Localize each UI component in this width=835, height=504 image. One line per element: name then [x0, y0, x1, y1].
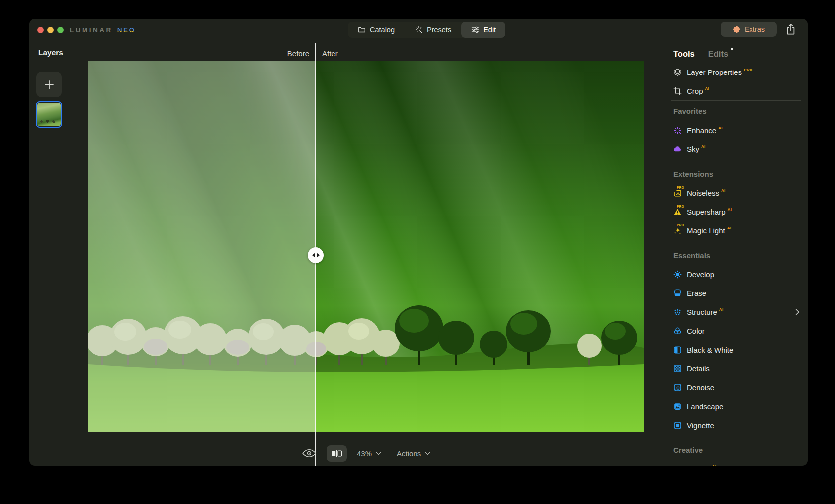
tool-item-black-white[interactable]: Black & White — [671, 340, 808, 359]
tab-catalog-label: Catalog — [370, 26, 395, 34]
logo-neo: NEO — [117, 26, 136, 34]
tab-presets[interactable]: Presets — [405, 22, 461, 38]
tab-tools[interactable]: Tools — [673, 49, 695, 59]
section-header-essentials: Essentials — [671, 240, 808, 265]
details-icon — [673, 364, 682, 373]
ai-badge: AI — [719, 307, 724, 312]
tool-item-develop[interactable]: Develop — [671, 265, 808, 284]
tool-item-layer-properties[interactable]: Layer PropertiesPRO — [671, 63, 808, 81]
traffic-light-close[interactable] — [37, 27, 44, 33]
tab-catalog[interactable]: Catalog — [348, 22, 405, 38]
plus-icon — [43, 79, 55, 91]
tab-presets-label: Presets — [427, 26, 451, 34]
before-after-slider-handle[interactable] — [308, 247, 324, 263]
chevron-down-icon — [376, 452, 381, 455]
tab-edit[interactable]: Edit — [461, 22, 505, 38]
tool-item-magic-light[interactable]: PROMagic LightAI — [671, 221, 808, 240]
ai-badge: AI — [721, 188, 726, 193]
tool-item-label: Sky — [687, 145, 699, 153]
landscape-icon — [673, 402, 682, 411]
erase-icon — [673, 289, 682, 297]
tool-item-label: Details — [687, 364, 710, 373]
color-icon — [673, 327, 682, 335]
extras-button[interactable]: Extras — [721, 22, 777, 37]
mode-tab-group: Catalog Presets Edit — [348, 22, 505, 38]
structure-icon — [673, 308, 682, 316]
tool-item-label: Relight — [687, 465, 710, 466]
magiclight-icon: PRO — [673, 226, 682, 235]
zoom-level-value: 43% — [357, 449, 372, 458]
app-window: LUMINAR NEO Catalog Presets Edit Extras … — [29, 19, 808, 466]
zoom-level-dropdown[interactable]: 43% — [357, 449, 381, 458]
photo-canvas[interactable] — [88, 61, 644, 432]
eye-icon — [302, 448, 317, 458]
before-label: Before — [287, 49, 309, 58]
landscape-image — [88, 61, 644, 432]
tab-edits[interactable]: Edits — [708, 49, 728, 59]
layer-thumbnail[interactable] — [36, 101, 62, 128]
preview-original-button[interactable] — [302, 448, 317, 458]
after-label: After — [322, 49, 338, 58]
enhance-icon — [673, 126, 682, 135]
compare-icon — [331, 450, 342, 457]
tool-item-sky[interactable]: SkyAI — [671, 140, 808, 158]
pro-mini-badge: PRO — [677, 186, 684, 189]
slider-arrow-right-icon — [317, 253, 320, 258]
folder-icon — [358, 26, 366, 34]
pro-mini-badge: PRO — [677, 205, 684, 208]
tool-item-label: Black & White — [687, 346, 733, 354]
tool-item-label: Magic Light — [687, 226, 725, 235]
ai-badge: AI — [727, 226, 732, 230]
blackwhite-icon — [673, 346, 682, 354]
share-button[interactable] — [785, 23, 797, 36]
section-header-extensions: Extensions — [671, 158, 808, 183]
sliders-icon — [471, 26, 479, 34]
tool-item-noiseless[interactable]: PRONoiselessAI — [671, 183, 808, 202]
tool-item-label: Supersharp — [687, 208, 726, 216]
share-icon — [785, 23, 796, 35]
sidebar-tab-bar: Tools Edits — [671, 45, 808, 63]
tool-item-label: Landscape — [687, 402, 723, 411]
logo-luminar: LUMINAR — [70, 26, 113, 34]
ai-badge: AI — [712, 464, 717, 466]
tool-item-label: Color — [687, 327, 705, 335]
chevron-down-icon — [425, 452, 430, 455]
crop-icon — [673, 87, 682, 95]
layers-icon — [673, 68, 682, 76]
tool-item-color[interactable]: Color — [671, 321, 808, 340]
traffic-light-minimize[interactable] — [47, 27, 54, 33]
edits-dot-badge — [731, 48, 733, 50]
tab-edits-label: Edits — [708, 49, 728, 58]
tool-item-label: Structure — [687, 308, 717, 316]
tool-item-supersharp[interactable]: PROSupersharpAI — [671, 202, 808, 221]
actions-dropdown[interactable]: Actions — [397, 449, 430, 458]
develop-icon — [673, 270, 682, 279]
tool-item-label: Develop — [687, 270, 714, 279]
sky-icon — [673, 145, 682, 153]
compare-view-button[interactable] — [327, 445, 347, 462]
tool-item-label: Denoise — [687, 383, 714, 392]
tool-item-vignette[interactable]: Vignette — [671, 416, 808, 434]
tool-item-enhance[interactable]: EnhanceAI — [671, 121, 808, 140]
actions-label: Actions — [397, 449, 421, 458]
tool-item-erase[interactable]: Erase — [671, 284, 808, 302]
wand-icon — [415, 26, 423, 34]
tool-item-label: Enhance — [687, 126, 716, 135]
tool-item-landscape[interactable]: Landscape — [671, 397, 808, 416]
tab-edit-label: Edit — [483, 26, 496, 34]
tool-item-label: Erase — [687, 289, 706, 297]
slider-arrow-left-icon — [312, 253, 315, 258]
puzzle-icon — [733, 25, 741, 33]
ai-badge: AI — [705, 86, 710, 91]
add-layer-button[interactable] — [36, 72, 62, 97]
tool-item-details[interactable]: Details — [671, 359, 808, 378]
tool-item-structure[interactable]: StructureAI — [671, 302, 808, 321]
tool-item-crop[interactable]: CropAI — [671, 81, 808, 100]
tool-item-denoise[interactable]: Denoise — [671, 378, 808, 397]
extras-label: Extras — [745, 25, 765, 33]
section-header-creative: Creative — [671, 434, 808, 459]
tool-item-relight[interactable]: RelightAI — [671, 459, 808, 466]
section-header-favorites: Favorites — [671, 101, 808, 121]
tool-list: Layer PropertiesPROCropAIFavoritesEnhanc… — [671, 63, 808, 466]
traffic-light-zoom[interactable] — [57, 27, 64, 33]
